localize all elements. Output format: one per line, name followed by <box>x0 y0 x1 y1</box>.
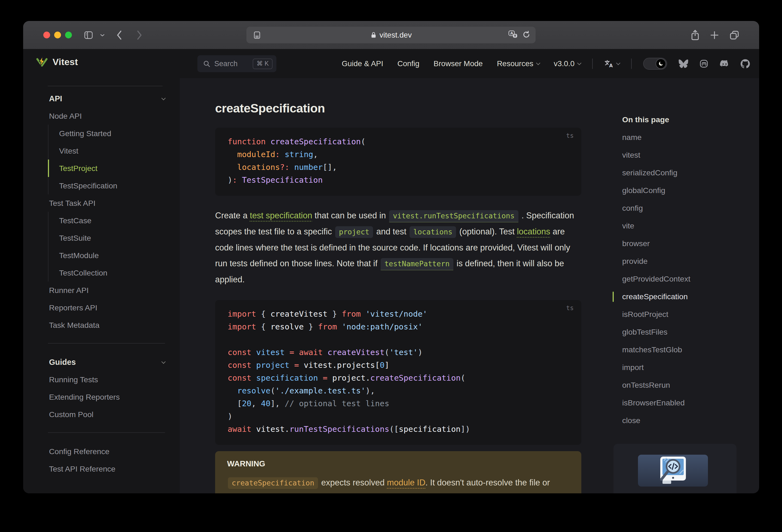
paragraph-link[interactable]: test specification <box>250 211 312 220</box>
browser-window: vitest.dev A <box>23 21 759 493</box>
back-button[interactable] <box>116 21 123 49</box>
code-token: } <box>327 309 342 319</box>
warning-link[interactable]: module ID <box>387 478 425 487</box>
outline-item-vitest[interactable]: vitest <box>613 146 743 164</box>
zoom-window-button[interactable] <box>65 32 72 38</box>
nav-link-config[interactable]: Config <box>397 59 419 68</box>
outline-item-globalconfig[interactable]: globalConfig <box>613 182 743 199</box>
translate-icon[interactable]: A <box>508 30 518 41</box>
outline-item-serializedconfig[interactable]: serializedConfig <box>613 164 743 182</box>
address-bar[interactable]: vitest.dev A <box>246 27 536 43</box>
nav-link-label: Config <box>397 59 419 68</box>
page-settings-icon[interactable] <box>252 31 262 41</box>
vitest-logo[interactable]: Vitest <box>36 56 78 68</box>
sidebar-item-testspecification[interactable]: TestSpecification <box>48 177 165 194</box>
code-token: 'vitest/node' <box>365 309 427 319</box>
sidebar-item-config-reference[interactable]: Config Reference <box>48 443 165 460</box>
search-label: Search <box>214 60 238 68</box>
outline-item-name[interactable]: name <box>613 129 743 146</box>
outline-item-globtestfiles[interactable]: globTestFiles <box>613 323 743 341</box>
sidebar-group-label: Guides <box>49 358 76 367</box>
nav-link-browser-mode[interactable]: Browser Mode <box>433 59 483 68</box>
code-line: function createSpecification( <box>227 135 569 148</box>
code-token <box>280 150 285 159</box>
code-token: project <box>256 360 289 370</box>
outline-item-getprovidedcontext[interactable]: getProvidedContext <box>613 270 743 288</box>
outline-item-isbrowserenabled[interactable]: isBrowserEnabled <box>613 394 743 412</box>
reload-icon[interactable] <box>522 30 531 40</box>
sidebar-item-testmodule[interactable]: TestModule <box>48 247 165 264</box>
code-content: function createSpecification( moduleId: … <box>227 135 569 186</box>
outline-item-browser[interactable]: browser <box>613 235 743 252</box>
sponsor-card[interactable] <box>613 444 737 493</box>
code-token <box>289 360 294 370</box>
sidebar-item-extending-reporters[interactable]: Extending Reporters <box>48 388 165 406</box>
paragraph-link[interactable]: locations <box>517 227 550 236</box>
code-search-monitor-icon <box>653 456 694 486</box>
code-token: { <box>256 322 271 331</box>
sidebar-toggle-icon[interactable] <box>83 21 94 49</box>
paragraph-inline-code-link[interactable]: testNamePattern <box>381 258 453 270</box>
sidebar-item-reporters-api[interactable]: Reporters API <box>48 299 165 316</box>
code-token <box>327 373 332 383</box>
sidebar-item-node-api[interactable]: Node API <box>48 107 165 125</box>
code-token: vitest <box>256 348 285 357</box>
code-token: 'node:path/posix' <box>342 322 423 331</box>
code-token: ) <box>227 175 232 185</box>
sidebar-item-testproject[interactable]: TestProject <box>48 159 165 177</box>
github-icon[interactable] <box>741 59 750 68</box>
social-links <box>679 59 750 68</box>
code-token: from <box>318 322 337 331</box>
sidebar-item-testcollection[interactable]: TestCollection <box>48 264 165 282</box>
outline-item-ontestsrerun[interactable]: onTestsRerun <box>613 376 743 394</box>
close-window-button[interactable] <box>43 32 50 38</box>
sidebar-menu-chevron-icon[interactable] <box>100 21 105 49</box>
code-line: const vitest = await createVitest('test'… <box>227 346 569 359</box>
sidebar-item-custom-pool[interactable]: Custom Pool <box>48 406 165 423</box>
sidebar-item-test-api-reference[interactable]: Test API Reference <box>48 460 165 477</box>
bluesky-icon[interactable] <box>679 59 688 68</box>
theme-toggle[interactable] <box>643 58 667 70</box>
code-token: { <box>256 309 271 319</box>
nav-link-v3-0-0[interactable]: v3.0.0 <box>554 59 581 68</box>
outline-item-import[interactable]: import <box>613 359 743 376</box>
sidebar-item-test-task-api[interactable]: Test Task API <box>48 194 165 212</box>
paragraph-inline-code-link[interactable]: vitest.runTestSpecifications <box>389 210 519 222</box>
sidebar-group-guides[interactable]: Guides <box>48 353 165 371</box>
nav-link-label: v3.0.0 <box>554 59 574 68</box>
outline-item-isrootproject[interactable]: isRootProject <box>613 306 743 323</box>
sidebar-item-vitest[interactable]: Vitest <box>48 142 165 159</box>
minimize-window-button[interactable] <box>54 32 61 38</box>
outline-item-createspecification[interactable]: createSpecification <box>613 288 743 306</box>
discord-icon[interactable] <box>719 59 730 68</box>
nav-link-guide-api[interactable]: Guide & API <box>342 59 383 68</box>
share-icon[interactable] <box>690 21 701 49</box>
outline-item-config[interactable]: config <box>613 199 743 217</box>
code-token: : <box>275 150 280 159</box>
sidebar-item-running-tests[interactable]: Running Tests <box>48 371 165 388</box>
code-token <box>285 348 289 357</box>
outline-item-matchestestglob[interactable]: matchesTestGlob <box>613 341 743 359</box>
tab-overview-icon[interactable] <box>729 21 740 49</box>
code-token: runTestSpecifications <box>289 424 389 434</box>
language-menu[interactable]: A <box>604 59 620 68</box>
search-button[interactable]: Search ⌘ K <box>198 55 276 72</box>
forward-button[interactable] <box>136 21 143 49</box>
sidebar-item-testcase[interactable]: TestCase <box>48 212 165 229</box>
new-tab-icon[interactable] <box>709 21 720 49</box>
sidebar-group-api[interactable]: API <box>48 90 165 107</box>
sidebar-item-runner-api[interactable]: Runner API <box>48 282 165 299</box>
outline-item-provide[interactable]: provide <box>613 252 743 270</box>
outline-item-close[interactable]: close <box>613 412 743 429</box>
nav-link-resources[interactable]: Resources <box>497 59 540 68</box>
mastodon-icon[interactable] <box>699 59 709 68</box>
sidebar-item-task-metadata[interactable]: Task Metadata <box>48 316 165 334</box>
sidebar-item-getting-started[interactable]: Getting Started <box>48 125 165 142</box>
code-token <box>323 348 327 357</box>
code-line: moduleId: string, <box>227 148 569 161</box>
outline-item-vite[interactable]: vite <box>613 217 743 235</box>
sidebar-item-testsuite[interactable]: TestSuite <box>48 229 165 247</box>
sponsor-illustration <box>638 455 708 487</box>
code-block: tsimport { createVitest } from 'vitest/n… <box>215 300 581 445</box>
warning-callout: WARNING createSpecification expects reso… <box>215 451 581 493</box>
